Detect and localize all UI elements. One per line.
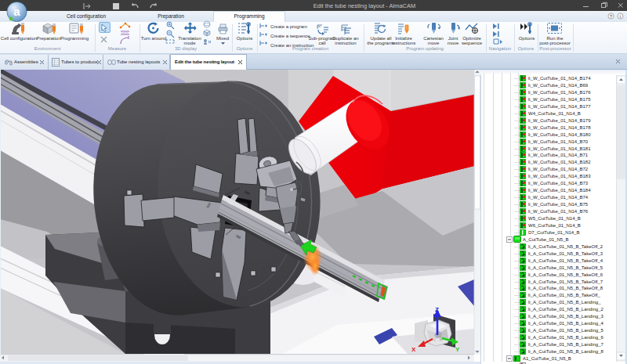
svg-text:i: i [620,14,621,19]
svg-text:Z: Z [435,306,439,313]
svg-text:Y: Y [455,346,460,353]
svg-text:a: a [13,5,20,18]
svg-text:X: X [411,346,416,353]
